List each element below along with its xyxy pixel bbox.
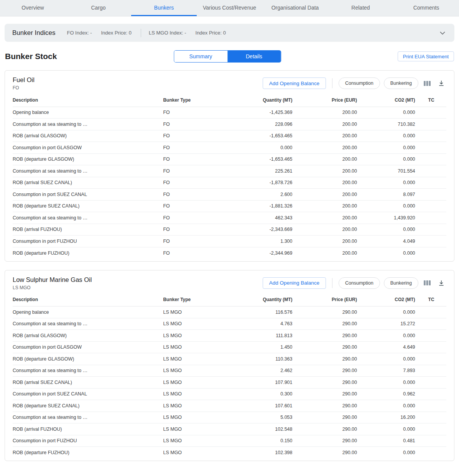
tab-overview[interactable]: Overview <box>0 0 66 16</box>
indices-collapse-toggle[interactable] <box>438 29 447 37</box>
cell-description: Consumption at sea steaming to … <box>13 365 163 377</box>
table-row[interactable]: Consumption in port GLASGOWLS MGO1.45029… <box>13 341 446 353</box>
download-button[interactable] <box>436 78 446 88</box>
fuel-oil-card: Fuel Oil FO Add Opening Balance Consumpt… <box>5 70 454 262</box>
tab-related[interactable]: Related <box>328 0 393 16</box>
cell-bunker-type: LS MGO <box>163 365 240 377</box>
download-button[interactable] <box>436 278 446 288</box>
toggle-summary-button[interactable]: Summary <box>174 51 227 62</box>
consumption-filter-button[interactable]: Consumption <box>339 77 380 89</box>
cell-tc <box>415 189 446 201</box>
table-row[interactable]: ROB (departure SUEZ CANAL)FO-1,881.32620… <box>13 200 446 212</box>
card-title: Fuel Oil <box>13 76 35 84</box>
table-row[interactable]: ROB (arrival GLASGOW)LS MGO111.813290.00… <box>13 330 446 342</box>
cell-tc <box>415 400 446 412</box>
add-opening-balance-button[interactable]: Add Opening Balance <box>263 277 326 289</box>
cell-co2: 0.000 <box>357 142 415 154</box>
table-row[interactable]: ROB (arrival GLASGOW)FO-1,653.465200.000… <box>13 130 446 142</box>
table-row[interactable]: Opening balanceLS MGO116.576290.000.000 <box>13 306 446 318</box>
table-row[interactable]: ROB (arrival FUZHOU)FO-2,343.669200.000.… <box>13 224 446 236</box>
table-row[interactable]: ROB (departure FUZHOU)LS MGO102.398290.0… <box>13 447 446 459</box>
table-row[interactable]: Consumption at sea steaming to …FO228.09… <box>13 119 446 130</box>
cell-tc <box>415 365 446 377</box>
cell-description: Consumption at sea steaming to … <box>13 318 163 330</box>
table-row[interactable]: Consumption in port FUZHOUFO1.300200.004… <box>13 236 446 247</box>
cell-co2: 0.962 <box>357 388 415 400</box>
cell-description: Consumption in port FUZHOU <box>13 236 163 247</box>
cell-co2: 7.893 <box>357 365 415 377</box>
table-row[interactable]: ROB (departure FUZHOU)FO-2,344.969200.00… <box>13 247 446 259</box>
cell-quantity: -1,878.726 <box>240 177 293 189</box>
table-row[interactable]: Consumption at sea steaming to …LS MGO2.… <box>13 365 446 377</box>
table-row[interactable]: Consumption in port SUEZ CANALLS MGO0.30… <box>13 388 446 400</box>
cell-price: 290.00 <box>292 306 357 318</box>
table-row[interactable]: Consumption at sea steaming to …LS MGO5.… <box>13 412 446 423</box>
cell-price: 200.00 <box>292 107 357 119</box>
cell-co2: 0.000 <box>357 107 415 119</box>
table-row[interactable]: Consumption in port SUEZ CANALFO2.600200… <box>13 189 446 201</box>
ls-mgo-card: Low Sulphur Marine Gas Oil LS MGO Add Op… <box>5 270 454 461</box>
tab-organisational-data[interactable]: Organisational Data <box>262 0 328 16</box>
cell-description: Consumption in port GLASGOW <box>13 142 163 154</box>
cell-quantity: -1,653.465 <box>240 130 293 142</box>
bunker-stock-header: Bunker Stock Summary Details Print EUA S… <box>5 50 454 63</box>
bunkering-filter-button[interactable]: Bunkering <box>384 77 418 89</box>
table-row[interactable]: ROB (arrival SUEZ CANAL)LS MGO107.901290… <box>13 377 446 389</box>
table-header-row: Description Bunker Type Quantity (MT) Pr… <box>13 94 446 107</box>
cell-price: 200.00 <box>292 236 357 247</box>
cell-price: 200.00 <box>292 177 357 189</box>
add-opening-balance-button[interactable]: Add Opening Balance <box>263 77 326 89</box>
cell-bunker-type: FO <box>163 247 240 259</box>
cell-bunker-type: LS MGO <box>163 318 240 330</box>
top-navigation: Overview Cargo Bunkers Various Cost/Reve… <box>0 0 459 16</box>
cell-tc <box>415 107 446 119</box>
table-row[interactable]: ROB (departure GLASGOW)LS MGO110.363290.… <box>13 353 446 365</box>
print-eua-statement-button[interactable]: Print EUA Statement <box>398 51 454 61</box>
cell-co2: 16.200 <box>357 412 415 423</box>
table-row[interactable]: ROB (arrival FUZHOU)LS MGO102.548290.000… <box>13 423 446 435</box>
tab-cargo[interactable]: Cargo <box>66 0 131 16</box>
column-settings-button[interactable] <box>422 278 433 288</box>
cell-quantity: -1,653.465 <box>240 153 293 165</box>
cell-quantity: -2,343.669 <box>240 224 293 236</box>
tab-various-cost-revenue[interactable]: Various Cost/Revenue <box>197 0 262 16</box>
cell-tc <box>415 377 446 389</box>
header-price: Price (EUR) <box>292 293 357 306</box>
columns-icon <box>424 280 431 286</box>
cell-co2: 0.000 <box>357 447 415 459</box>
cell-co2: 0.000 <box>357 130 415 142</box>
download-icon <box>438 80 445 87</box>
cell-bunker-type: FO <box>163 142 240 154</box>
cell-quantity: 0.300 <box>240 388 293 400</box>
cell-description: ROB (arrival FUZHOU) <box>13 224 163 236</box>
tab-comments[interactable]: Comments <box>393 0 459 16</box>
card-title: Low Sulphur Marine Gas Oil <box>13 276 92 283</box>
tab-bunkers[interactable]: Bunkers <box>131 0 197 16</box>
table-row[interactable]: ROB (departure GLASGOW)FO-1,653.465200.0… <box>13 153 446 165</box>
table-row[interactable]: Consumption at sea steaming to …FO462.34… <box>13 212 446 224</box>
table-row[interactable]: ROB (arrival SUEZ CANAL)FO-1,878.726200.… <box>13 177 446 189</box>
table-row[interactable]: ROB (departure SUEZ CANAL)LS MGO107.6012… <box>13 400 446 412</box>
fuel-oil-table: Description Bunker Type Quantity (MT) Pr… <box>13 94 446 259</box>
cell-price: 290.00 <box>292 412 357 423</box>
column-settings-button[interactable] <box>422 79 433 88</box>
cell-tc <box>415 318 446 330</box>
table-row[interactable]: Consumption in port GLASGOWFO0.000200.00… <box>13 142 446 154</box>
bunkering-filter-button[interactable]: Bunkering <box>384 277 418 289</box>
table-row[interactable]: Consumption at sea steaming to …LS MGO4.… <box>13 318 446 330</box>
cell-price: 200.00 <box>292 247 357 259</box>
cell-price: 290.00 <box>292 365 357 377</box>
cell-tc <box>415 236 446 247</box>
cell-quantity: 102.548 <box>240 423 293 435</box>
consumption-filter-button[interactable]: Consumption <box>339 277 380 289</box>
cell-quantity: 116.576 <box>240 306 293 318</box>
table-row[interactable]: Consumption in port FUZHOULS MGO0.150290… <box>13 435 446 447</box>
header-bunker-type: Bunker Type <box>163 293 240 306</box>
table-row[interactable]: Opening balanceFO-1,425.369200.000.000 <box>13 107 446 119</box>
cell-description: ROB (departure SUEZ CANAL) <box>13 400 163 412</box>
fuel-oil-card-header: Fuel Oil FO Add Opening Balance Consumpt… <box>13 76 446 91</box>
toggle-details-button[interactable]: Details <box>227 51 281 62</box>
cell-quantity: 2.462 <box>240 365 293 377</box>
table-row[interactable]: Consumption at sea steaming to …FO225.26… <box>13 165 446 177</box>
cell-bunker-type: LS MGO <box>163 447 240 459</box>
